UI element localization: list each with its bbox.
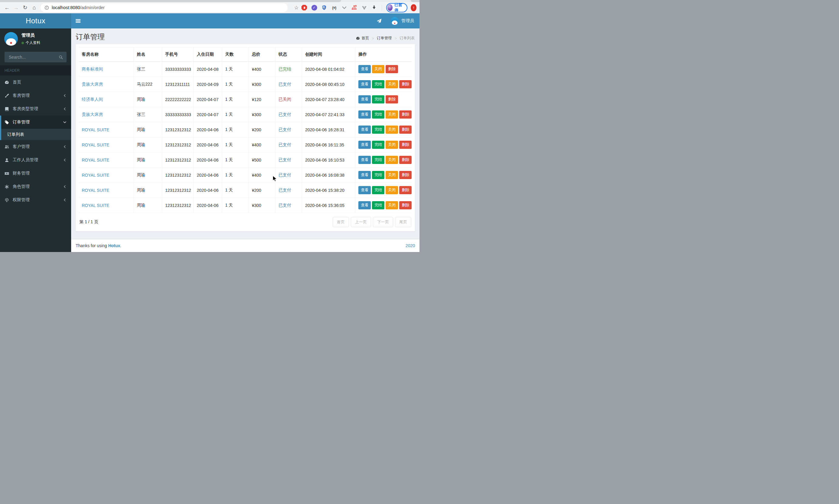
browser-update-button[interactable]: ↑ (411, 4, 416, 11)
sidebar-item-staff[interactable]: 工作人员管理 (0, 154, 71, 167)
page-last-button[interactable]: 尾页 (395, 217, 411, 227)
url-bar[interactable]: localhost:8080/admin/order (40, 3, 288, 12)
view-button[interactable]: 查看 (358, 110, 371, 119)
room-name-link[interactable]: ROYAL SUITE (82, 173, 109, 178)
close-button[interactable]: 关闭 (386, 156, 398, 164)
sidebar-item-customer[interactable]: 客户管理 (0, 140, 71, 154)
room-name-link[interactable]: ROYAL SUITE (82, 158, 109, 162)
bookmark-star-icon[interactable]: ☆ (292, 5, 301, 10)
delete-button[interactable]: 删除 (386, 95, 398, 104)
view-button[interactable]: 查看 (358, 65, 371, 73)
sidebar-item-room[interactable]: 客房管理 (0, 89, 71, 102)
close-button[interactable]: 关闭 (372, 65, 385, 73)
asterisk-icon (4, 184, 13, 189)
status-text: 已关闭 (279, 97, 291, 102)
delete-button[interactable]: 删除 (399, 186, 412, 194)
sidebar-item-home[interactable]: 首页 (0, 76, 71, 89)
delete-button[interactable]: 删除 (399, 171, 412, 179)
sidebar-item-finance[interactable]: 财务管理 (0, 167, 71, 180)
view-button[interactable]: 查看 (358, 95, 371, 104)
header-user-menu[interactable]: 管理员 (391, 17, 414, 25)
download-icon[interactable] (371, 4, 377, 11)
browser-second-tab[interactable] (411, 0, 420, 2)
brand-logo[interactable]: Hotux (0, 13, 71, 29)
browser-profile-pill[interactable]: 已暂停 (386, 3, 407, 13)
room-name-link[interactable]: 经济单人间 (82, 97, 103, 102)
view-button[interactable]: 查看 (358, 171, 371, 179)
page-first-button[interactable]: 首页 (333, 217, 349, 227)
url-text[interactable]: localhost:8080/admin/order (52, 5, 105, 10)
search-button[interactable] (56, 53, 65, 62)
delete-button[interactable]: 删除 (399, 126, 412, 134)
page-prev-button[interactable]: 上一页 (351, 217, 371, 227)
info-icon[interactable] (44, 5, 49, 10)
finish-button[interactable]: 完结 (372, 171, 385, 179)
close-button[interactable]: 关闭 (386, 110, 398, 119)
room-name-link[interactable]: 贵族大床房 (82, 112, 103, 117)
delete-button[interactable]: 删除 (399, 80, 412, 88)
delete-button[interactable]: 删除 (386, 65, 398, 73)
sidebar-item-role[interactable]: 角色管理 (0, 180, 71, 193)
close-button[interactable]: 关闭 (386, 141, 398, 149)
close-button[interactable]: 关闭 (386, 201, 398, 209)
delete-button[interactable]: 删除 (399, 141, 412, 149)
sitemap-extension-icon[interactable] (351, 4, 357, 11)
paper-plane-icon[interactable] (376, 18, 382, 23)
delete-button[interactable]: 删除 (399, 156, 412, 164)
chevron-extension-icon[interactable] (341, 4, 347, 11)
room-name-link[interactable]: ROYAL SUITE (82, 203, 109, 208)
adblock-extension-icon[interactable] (301, 4, 307, 11)
status-text: 已完结 (279, 67, 291, 71)
breadcrumb-home[interactable]: 首页 (356, 36, 369, 41)
finish-button[interactable]: 完结 (372, 80, 385, 88)
finish-button[interactable]: 完结 (372, 110, 385, 119)
view-button[interactable]: 查看 (358, 126, 371, 134)
guest-name-cell: 周瑜 (134, 92, 162, 107)
sidebar-item-permission[interactable]: 权限管理 (0, 193, 71, 206)
reload-icon[interactable]: ↻ (21, 5, 30, 10)
room-name-link[interactable]: 贵族大床房 (82, 82, 103, 87)
chevron-down-icon (63, 121, 67, 124)
room-name-link[interactable]: 商务标准间 (82, 67, 103, 71)
view-button[interactable]: 查看 (358, 201, 371, 209)
view-button[interactable]: 查看 (358, 186, 371, 194)
finish-button[interactable]: 完结 (372, 201, 385, 209)
browser-tabstrip[interactable] (0, 0, 420, 2)
room-name-link[interactable]: ROYAL SUITE (82, 127, 109, 132)
finish-button[interactable]: 完结 (372, 186, 385, 194)
back-icon[interactable]: ← (2, 5, 12, 10)
breadcrumb-order-management[interactable]: 订单管理 (377, 36, 392, 41)
view-button[interactable]: 查看 (358, 141, 371, 149)
sidebar-item-room-type[interactable]: 客房类型管理 (0, 102, 71, 115)
sidebar-subitem-order-list[interactable]: 订单列表 (0, 129, 71, 140)
finish-button[interactable]: 完结 (372, 95, 385, 104)
sidebar-profile-link[interactable]: 个人资料 (21, 40, 40, 46)
finish-button[interactable]: 完结 (372, 126, 385, 134)
footer-brand-link[interactable]: Hotux (108, 243, 120, 248)
home-icon[interactable]: ⌂ (30, 5, 39, 10)
page-next-button[interactable]: 下一页 (373, 217, 393, 227)
close-button[interactable]: 关闭 (386, 186, 398, 194)
search-input[interactable] (8, 54, 56, 60)
checker-extension-icon[interactable]: ✓ (311, 4, 318, 11)
view-button[interactable]: 查看 (358, 156, 371, 164)
room-name-link[interactable]: ROYAL SUITE (82, 143, 109, 147)
delete-button[interactable]: 删除 (399, 110, 412, 119)
vue-devtools-extension-icon[interactable] (361, 4, 368, 11)
close-button[interactable]: 关闭 (386, 126, 398, 134)
sidebar-item-order[interactable]: 订单管理 (0, 115, 71, 129)
browser-active-tab[interactable] (0, 0, 341, 2)
sidebar-toggle-button[interactable] (71, 13, 85, 29)
delete-button[interactable]: 删除 (399, 201, 412, 209)
url-path: /admin/order (80, 5, 105, 10)
close-button[interactable]: 关闭 (386, 171, 398, 179)
room-name-link[interactable]: ROYAL SUITE (82, 188, 109, 193)
close-button[interactable]: 关闭 (386, 80, 398, 88)
finish-button[interactable]: 完结 (372, 156, 385, 164)
view-button[interactable]: 查看 (358, 80, 371, 88)
json-viewer-extension-icon[interactable]: {≡} (331, 4, 338, 11)
table-row: ROYAL SUITE周瑜123123123122020-04-061 天¥40… (79, 167, 412, 183)
forward-icon[interactable]: → (12, 5, 21, 10)
finish-button[interactable]: 完结 (372, 141, 385, 149)
shield-extension-icon[interactable] (321, 4, 327, 11)
